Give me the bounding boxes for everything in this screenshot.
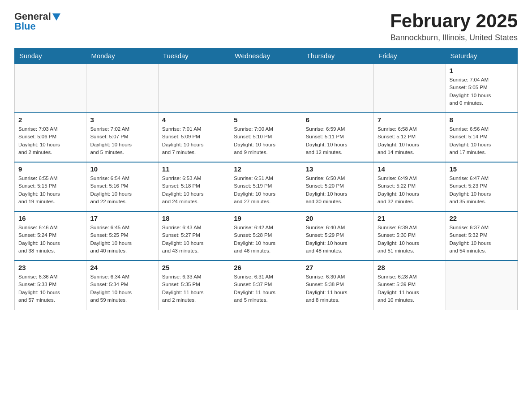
calendar-week-row: 16Sunrise: 6:46 AMSunset: 5:24 PMDayligh… [15, 211, 518, 261]
calendar-cell: 17Sunrise: 6:45 AMSunset: 5:25 PMDayligh… [86, 211, 158, 261]
day-number: 11 [162, 165, 226, 173]
calendar-cell: 24Sunrise: 6:34 AMSunset: 5:34 PMDayligh… [86, 261, 158, 310]
day-number: 10 [90, 165, 154, 173]
calendar-cell: 10Sunrise: 6:54 AMSunset: 5:16 PMDayligh… [86, 162, 158, 211]
page-header: General Blue February 2025 Bannockburn, … [14, 11, 518, 43]
day-info: Sunrise: 6:31 AMSunset: 5:37 PMDaylight:… [234, 273, 298, 304]
calendar-cell [374, 64, 446, 113]
calendar-table: SundayMondayTuesdayWednesdayThursdayFrid… [14, 48, 518, 310]
day-info: Sunrise: 7:03 AMSunset: 5:06 PMDaylight:… [18, 125, 82, 156]
day-number: 25 [162, 264, 226, 271]
weekday-header-friday: Friday [374, 48, 446, 64]
day-info: Sunrise: 6:34 AMSunset: 5:34 PMDaylight:… [90, 273, 154, 304]
calendar-cell: 22Sunrise: 6:37 AMSunset: 5:32 PMDayligh… [446, 211, 517, 261]
weekday-header-monday: Monday [86, 48, 158, 64]
day-number: 12 [234, 165, 298, 173]
calendar-week-row: 1Sunrise: 7:04 AMSunset: 5:05 PMDaylight… [15, 64, 518, 113]
day-number: 26 [234, 264, 298, 271]
calendar-cell: 12Sunrise: 6:51 AMSunset: 5:19 PMDayligh… [230, 162, 302, 211]
day-info: Sunrise: 6:54 AMSunset: 5:16 PMDaylight:… [90, 175, 154, 206]
calendar-cell: 23Sunrise: 6:36 AMSunset: 5:33 PMDayligh… [15, 261, 86, 310]
day-number: 28 [378, 264, 442, 271]
day-info: Sunrise: 6:28 AMSunset: 5:39 PMDaylight:… [378, 273, 442, 304]
day-number: 8 [450, 116, 514, 124]
calendar-cell: 28Sunrise: 6:28 AMSunset: 5:39 PMDayligh… [374, 261, 446, 310]
day-info: Sunrise: 6:58 AMSunset: 5:12 PMDaylight:… [378, 125, 442, 156]
title-block: February 2025 Bannockburn, Illinois, Uni… [390, 11, 518, 43]
day-number: 23 [18, 264, 82, 271]
calendar-cell [302, 64, 373, 113]
day-number: 3 [90, 116, 154, 124]
location-title: Bannockburn, Illinois, United States [390, 33, 518, 43]
day-info: Sunrise: 6:47 AMSunset: 5:23 PMDaylight:… [450, 175, 514, 206]
day-info: Sunrise: 6:45 AMSunset: 5:25 PMDaylight:… [90, 224, 154, 255]
day-info: Sunrise: 7:04 AMSunset: 5:05 PMDaylight:… [450, 76, 514, 107]
day-info: Sunrise: 6:59 AMSunset: 5:11 PMDaylight:… [306, 125, 370, 156]
day-number: 27 [306, 264, 370, 271]
calendar-cell: 8Sunrise: 6:56 AMSunset: 5:14 PMDaylight… [446, 113, 517, 162]
calendar-cell: 1Sunrise: 7:04 AMSunset: 5:05 PMDaylight… [446, 64, 517, 113]
calendar-cell [158, 64, 230, 113]
month-title: February 2025 [390, 11, 518, 31]
calendar-cell: 2Sunrise: 7:03 AMSunset: 5:06 PMDaylight… [15, 113, 86, 162]
day-number: 15 [450, 165, 514, 173]
day-info: Sunrise: 6:51 AMSunset: 5:19 PMDaylight:… [234, 175, 298, 206]
day-info: Sunrise: 6:37 AMSunset: 5:32 PMDaylight:… [450, 224, 514, 255]
day-info: Sunrise: 7:01 AMSunset: 5:09 PMDaylight:… [162, 125, 226, 156]
day-info: Sunrise: 6:43 AMSunset: 5:27 PMDaylight:… [162, 224, 226, 255]
logo: General Blue [14, 11, 60, 32]
day-info: Sunrise: 6:55 AMSunset: 5:15 PMDaylight:… [18, 175, 82, 206]
day-info: Sunrise: 6:30 AMSunset: 5:38 PMDaylight:… [306, 273, 370, 304]
calendar-cell: 5Sunrise: 7:00 AMSunset: 5:10 PMDaylight… [230, 113, 302, 162]
day-number: 16 [18, 214, 82, 222]
calendar-cell: 26Sunrise: 6:31 AMSunset: 5:37 PMDayligh… [230, 261, 302, 310]
day-number: 24 [90, 264, 154, 271]
day-number: 19 [234, 214, 298, 222]
weekday-header-tuesday: Tuesday [158, 48, 230, 64]
calendar-cell [86, 64, 158, 113]
day-info: Sunrise: 7:00 AMSunset: 5:10 PMDaylight:… [234, 125, 298, 156]
weekday-header-wednesday: Wednesday [230, 48, 302, 64]
calendar-cell: 20Sunrise: 6:40 AMSunset: 5:29 PMDayligh… [302, 211, 373, 261]
calendar-cell: 11Sunrise: 6:53 AMSunset: 5:18 PMDayligh… [158, 162, 230, 211]
day-number: 1 [450, 67, 514, 74]
calendar-cell [15, 64, 86, 113]
calendar-cell: 14Sunrise: 6:49 AMSunset: 5:22 PMDayligh… [374, 162, 446, 211]
day-info: Sunrise: 6:33 AMSunset: 5:35 PMDaylight:… [162, 273, 226, 304]
calendar-cell [446, 261, 517, 310]
calendar-week-row: 23Sunrise: 6:36 AMSunset: 5:33 PMDayligh… [15, 261, 518, 310]
day-info: Sunrise: 6:50 AMSunset: 5:20 PMDaylight:… [306, 175, 370, 206]
calendar-cell [230, 64, 302, 113]
logo-blue-text: Blue [14, 21, 36, 32]
calendar-cell: 3Sunrise: 7:02 AMSunset: 5:07 PMDaylight… [86, 113, 158, 162]
calendar-cell: 7Sunrise: 6:58 AMSunset: 5:12 PMDaylight… [374, 113, 446, 162]
day-info: Sunrise: 6:53 AMSunset: 5:18 PMDaylight:… [162, 175, 226, 206]
day-info: Sunrise: 6:49 AMSunset: 5:22 PMDaylight:… [378, 175, 442, 206]
day-info: Sunrise: 6:40 AMSunset: 5:29 PMDaylight:… [306, 224, 370, 255]
day-number: 7 [378, 116, 442, 124]
calendar-cell: 16Sunrise: 6:46 AMSunset: 5:24 PMDayligh… [15, 211, 86, 261]
day-number: 5 [234, 116, 298, 124]
day-number: 13 [306, 165, 370, 173]
day-info: Sunrise: 6:42 AMSunset: 5:28 PMDaylight:… [234, 224, 298, 255]
weekday-header-thursday: Thursday [302, 48, 373, 64]
day-info: Sunrise: 6:36 AMSunset: 5:33 PMDaylight:… [18, 273, 82, 304]
calendar-cell: 15Sunrise: 6:47 AMSunset: 5:23 PMDayligh… [446, 162, 517, 211]
calendar-cell: 9Sunrise: 6:55 AMSunset: 5:15 PMDaylight… [15, 162, 86, 211]
calendar-cell: 27Sunrise: 6:30 AMSunset: 5:38 PMDayligh… [302, 261, 373, 310]
weekday-header-sunday: Sunday [15, 48, 86, 64]
svg-marker-0 [52, 13, 60, 21]
day-number: 20 [306, 214, 370, 222]
logo-triangle-icon [52, 13, 60, 21]
day-info: Sunrise: 6:39 AMSunset: 5:30 PMDaylight:… [378, 224, 442, 255]
calendar-cell: 13Sunrise: 6:50 AMSunset: 5:20 PMDayligh… [302, 162, 373, 211]
calendar-cell: 6Sunrise: 6:59 AMSunset: 5:11 PMDaylight… [302, 113, 373, 162]
calendar-cell: 21Sunrise: 6:39 AMSunset: 5:30 PMDayligh… [374, 211, 446, 261]
day-number: 6 [306, 116, 370, 124]
day-number: 17 [90, 214, 154, 222]
day-info: Sunrise: 6:46 AMSunset: 5:24 PMDaylight:… [18, 224, 82, 255]
calendar-cell: 19Sunrise: 6:42 AMSunset: 5:28 PMDayligh… [230, 211, 302, 261]
day-number: 21 [378, 214, 442, 222]
calendar-cell: 18Sunrise: 6:43 AMSunset: 5:27 PMDayligh… [158, 211, 230, 261]
day-info: Sunrise: 6:56 AMSunset: 5:14 PMDaylight:… [450, 125, 514, 156]
